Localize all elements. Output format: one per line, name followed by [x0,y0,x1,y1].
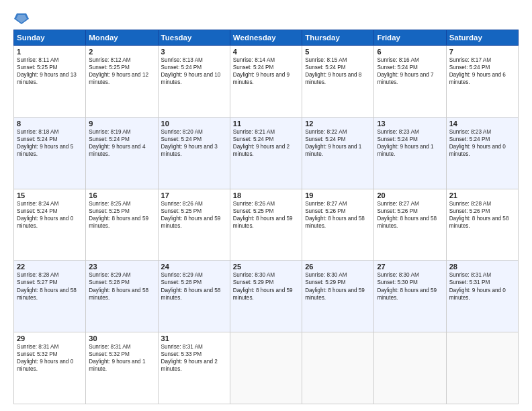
calendar-cell: 4Sunrise: 8:14 AMSunset: 5:24 PMDaylight… [230,46,302,118]
calendar-cell: 22Sunrise: 8:28 AMSunset: 5:27 PMDayligh… [14,261,86,332]
calendar-cell: 8Sunrise: 8:18 AMSunset: 5:24 PMDaylight… [14,117,86,189]
day-number: 31 [161,334,227,342]
logo [13,12,30,24]
day-number: 18 [233,191,299,199]
calendar-cell: 3Sunrise: 8:13 AMSunset: 5:24 PMDaylight… [158,46,230,118]
day-number: 2 [89,48,154,56]
weekday-thursday: Thursday [302,30,374,46]
day-info: Sunrise: 8:14 AMSunset: 5:24 PMDaylight:… [233,56,299,86]
week-row-5: 29Sunrise: 8:31 AMSunset: 5:32 PMDayligh… [14,332,519,404]
day-info: Sunrise: 8:16 AMSunset: 5:24 PMDaylight:… [377,56,443,86]
day-info: Sunrise: 8:30 AMSunset: 5:30 PMDaylight:… [377,271,443,301]
day-info: Sunrise: 8:30 AMSunset: 5:29 PMDaylight:… [233,271,299,301]
day-info: Sunrise: 8:23 AMSunset: 5:24 PMDaylight:… [449,128,515,158]
weekday-header-row: SundayMondayTuesdayWednesdayThursdayFrid… [14,30,519,46]
weekday-saturday: Saturday [446,30,518,46]
day-number: 19 [305,191,371,199]
day-info: Sunrise: 8:31 AMSunset: 5:31 PMDaylight:… [449,271,515,301]
day-number: 7 [449,48,515,56]
week-row-4: 22Sunrise: 8:28 AMSunset: 5:27 PMDayligh… [14,261,519,332]
weekday-monday: Monday [86,30,158,46]
calendar-cell: 7Sunrise: 8:17 AMSunset: 5:24 PMDaylight… [446,46,518,118]
calendar-cell: 25Sunrise: 8:30 AMSunset: 5:29 PMDayligh… [230,261,302,332]
day-info: Sunrise: 8:27 AMSunset: 5:26 PMDaylight:… [377,200,443,230]
weekday-wednesday: Wednesday [230,30,302,46]
day-info: Sunrise: 8:31 AMSunset: 5:33 PMDaylight:… [161,343,227,373]
page: SundayMondayTuesdayWednesdayThursdayFrid… [0,0,532,411]
calendar-cell: 11Sunrise: 8:21 AMSunset: 5:24 PMDayligh… [230,117,302,189]
day-info: Sunrise: 8:23 AMSunset: 5:24 PMDaylight:… [377,128,443,158]
day-info: Sunrise: 8:26 AMSunset: 5:25 PMDaylight:… [233,200,299,230]
day-number: 25 [233,263,299,271]
calendar-cell: 26Sunrise: 8:30 AMSunset: 5:29 PMDayligh… [302,261,374,332]
day-info: Sunrise: 8:11 AMSunset: 5:25 PMDaylight:… [17,56,83,86]
day-info: Sunrise: 8:21 AMSunset: 5:24 PMDaylight:… [233,128,299,158]
day-info: Sunrise: 8:26 AMSunset: 5:25 PMDaylight:… [161,200,227,230]
calendar-cell: 10Sunrise: 8:20 AMSunset: 5:24 PMDayligh… [158,117,230,189]
day-info: Sunrise: 8:31 AMSunset: 5:32 PMDaylight:… [89,343,154,373]
day-number: 1 [17,48,83,56]
day-info: Sunrise: 8:28 AMSunset: 5:27 PMDaylight:… [17,271,83,301]
day-info: Sunrise: 8:31 AMSunset: 5:32 PMDaylight:… [17,343,83,373]
day-number: 15 [17,191,83,199]
calendar-cell: 12Sunrise: 8:22 AMSunset: 5:24 PMDayligh… [302,117,374,189]
day-number: 17 [161,191,227,199]
svg-marker-1 [16,15,27,23]
calendar-cell [374,332,446,404]
day-number: 10 [161,120,227,128]
weekday-sunday: Sunday [14,30,86,46]
calendar-cell: 13Sunrise: 8:23 AMSunset: 5:24 PMDayligh… [374,117,446,189]
day-number: 22 [17,263,83,271]
day-info: Sunrise: 8:22 AMSunset: 5:24 PMDaylight:… [305,128,371,158]
calendar-cell: 18Sunrise: 8:26 AMSunset: 5:25 PMDayligh… [230,189,302,261]
day-number: 29 [17,334,83,342]
calendar-cell: 16Sunrise: 8:25 AMSunset: 5:25 PMDayligh… [86,189,158,261]
day-info: Sunrise: 8:20 AMSunset: 5:24 PMDaylight:… [161,128,227,158]
calendar-cell: 27Sunrise: 8:30 AMSunset: 5:30 PMDayligh… [374,261,446,332]
day-number: 16 [89,191,154,199]
calendar-cell: 28Sunrise: 8:31 AMSunset: 5:31 PMDayligh… [446,261,518,332]
weekday-friday: Friday [374,30,446,46]
header [13,12,519,24]
day-number: 21 [449,191,515,199]
day-number: 24 [161,263,227,271]
day-number: 23 [89,263,154,271]
day-number: 13 [377,120,443,128]
logo-icon [14,12,29,24]
week-row-1: 1Sunrise: 8:11 AMSunset: 5:25 PMDaylight… [14,46,519,118]
calendar-cell: 5Sunrise: 8:15 AMSunset: 5:24 PMDaylight… [302,46,374,118]
day-number: 3 [161,48,227,56]
day-info: Sunrise: 8:24 AMSunset: 5:24 PMDaylight:… [17,200,83,230]
calendar-cell: 24Sunrise: 8:29 AMSunset: 5:28 PMDayligh… [158,261,230,332]
day-info: Sunrise: 8:25 AMSunset: 5:25 PMDaylight:… [89,200,154,230]
calendar-cell [230,332,302,404]
day-info: Sunrise: 8:28 AMSunset: 5:26 PMDaylight:… [449,200,515,230]
calendar-cell: 30Sunrise: 8:31 AMSunset: 5:32 PMDayligh… [86,332,158,404]
day-number: 26 [305,263,371,271]
day-info: Sunrise: 8:13 AMSunset: 5:24 PMDaylight:… [161,56,227,86]
day-info: Sunrise: 8:15 AMSunset: 5:24 PMDaylight:… [305,56,371,86]
day-info: Sunrise: 8:27 AMSunset: 5:26 PMDaylight:… [305,200,371,230]
day-number: 6 [377,48,443,56]
day-number: 4 [233,48,299,56]
calendar-cell: 29Sunrise: 8:31 AMSunset: 5:32 PMDayligh… [14,332,86,404]
calendar-cell [302,332,374,404]
day-number: 9 [89,120,154,128]
day-number: 5 [305,48,371,56]
day-number: 27 [377,263,443,271]
calendar-cell: 31Sunrise: 8:31 AMSunset: 5:33 PMDayligh… [158,332,230,404]
day-number: 11 [233,120,299,128]
calendar-cell: 15Sunrise: 8:24 AMSunset: 5:24 PMDayligh… [14,189,86,261]
day-number: 14 [449,120,515,128]
calendar-cell: 23Sunrise: 8:29 AMSunset: 5:28 PMDayligh… [86,261,158,332]
day-number: 12 [305,120,371,128]
day-info: Sunrise: 8:29 AMSunset: 5:28 PMDaylight:… [89,271,154,301]
day-info: Sunrise: 8:17 AMSunset: 5:24 PMDaylight:… [449,56,515,86]
day-info: Sunrise: 8:18 AMSunset: 5:24 PMDaylight:… [17,128,83,158]
day-info: Sunrise: 8:19 AMSunset: 5:24 PMDaylight:… [89,128,154,158]
calendar-cell [446,332,518,404]
calendar-cell: 1Sunrise: 8:11 AMSunset: 5:25 PMDaylight… [14,46,86,118]
day-number: 8 [17,120,83,128]
calendar-cell: 6Sunrise: 8:16 AMSunset: 5:24 PMDaylight… [374,46,446,118]
week-row-2: 8Sunrise: 8:18 AMSunset: 5:24 PMDaylight… [14,117,519,189]
